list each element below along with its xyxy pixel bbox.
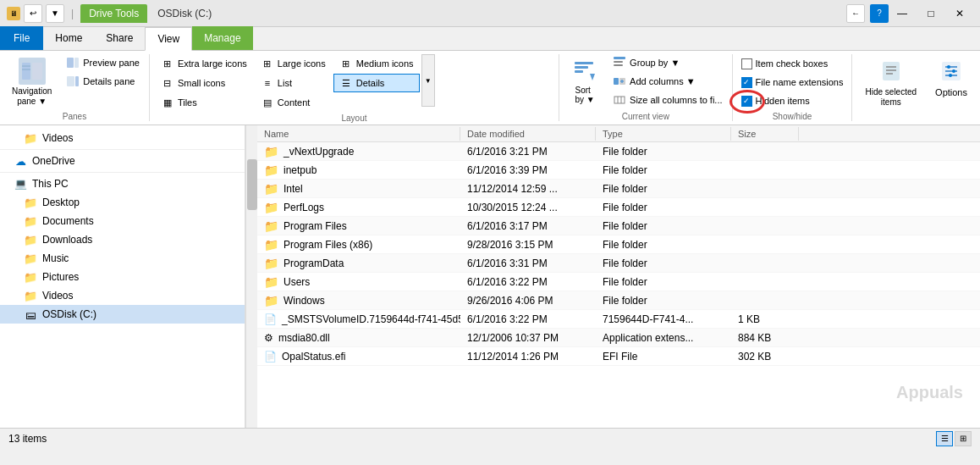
sidebar-item-music[interactable]: 📁 Music [0, 249, 245, 268]
header-date[interactable]: Date modified [460, 127, 596, 141]
close-button[interactable]: ✕ [946, 4, 973, 23]
svg-rect-0 [22, 63, 30, 80]
group-by-button[interactable]: Group by ▼ [608, 54, 726, 71]
file-row[interactable]: ⚙ msdia80.dll 12/1/2006 10:37 PM Applica… [257, 329, 980, 347]
file-size-cell [731, 206, 799, 209]
quick-access-down[interactable]: ▼ [46, 4, 64, 23]
file-row[interactable]: 📄 _SMSTSVolumeID.7159644d-f741-45d5-a...… [257, 310, 980, 329]
sidebar-item-this-pc[interactable]: 💻 This PC [0, 174, 245, 193]
size-columns-icon [613, 93, 626, 107]
file-row[interactable]: 📁 inetpub 6/1/2016 3:39 PM File folder [257, 161, 980, 180]
sidebar-item-osdisk[interactable]: 🖴 OSDisk (C:) [0, 305, 245, 324]
sidebar-item-onedrive[interactable]: ☁ OneDrive [0, 152, 245, 170]
header-name[interactable]: Name [257, 127, 460, 141]
file-row[interactable]: 📁 PerfLogs 10/30/2015 12:24 ... File fol… [257, 198, 980, 217]
hide-selected-icon [878, 58, 905, 86]
file-size-cell [731, 150, 799, 153]
file-row[interactable]: 📁 Program Files 6/1/2016 3:17 PM File fo… [257, 217, 980, 235]
item-check-boxes-checkbox[interactable] [741, 58, 752, 69]
ribbon-section-panes: Navigationpane ▼ Preview pane Details pa… [0, 54, 150, 121]
file-date-cell: 11/12/2014 12:59 ... [460, 181, 596, 197]
details-pane-button[interactable]: Details pane [62, 73, 144, 90]
svg-marker-11 [590, 74, 595, 80]
size-columns-button[interactable]: Size all columns to fi... [608, 91, 726, 108]
file-row[interactable]: 📁 Windows 9/26/2016 4:06 PM File folder [257, 291, 980, 310]
medium-icons-button[interactable]: ⊞ Medium icons [333, 54, 420, 73]
details-button[interactable]: ☰ Details [333, 74, 420, 92]
details-layout-icon: ☰ [339, 76, 353, 90]
sidebar-item-videos-bottom[interactable]: 📁 Videos [0, 286, 245, 305]
header-type[interactable]: Type [596, 127, 731, 141]
preview-pane-button[interactable]: Preview pane [62, 54, 144, 71]
large-icons-view-button[interactable]: ⊞ [955, 431, 972, 446]
file-date-cell: 6/1/2016 3:39 PM [460, 163, 596, 178]
file-name-extensions-checkbox[interactable] [741, 77, 752, 88]
add-columns-button[interactable]: Add columns ▼ [608, 73, 726, 90]
content-button[interactable]: ▤ Content [255, 93, 332, 112]
tab-file[interactable]: File [0, 26, 43, 50]
file-size-cell [731, 169, 799, 172]
size-columns-label: Size all columns to fi... [630, 95, 722, 105]
file-row[interactable]: 📁 _vNextUpgrade 6/1/2016 3:21 PM File fo… [257, 142, 980, 161]
item-check-boxes-row[interactable]: Item check boxes [738, 54, 832, 73]
downloads-icon: 📁 [24, 233, 37, 246]
file-row[interactable]: 📁 ProgramData 6/1/2016 3:31 PM File fold… [257, 254, 980, 273]
tiles-button[interactable]: ▦ Tiles [155, 93, 253, 112]
options-content: Hide selecteditems Options [857, 54, 975, 112]
file-name-cell: 📄 _SMSTSVolumeID.7159644d-f741-45d5-a... [257, 312, 460, 327]
extra-large-icons-button[interactable]: ⊞ Extra large icons [155, 54, 253, 73]
sidebar-scrollbar[interactable] [245, 125, 257, 428]
help-button[interactable]: ? [870, 4, 889, 23]
sidebar-item-desktop[interactable]: 📁 Desktop [0, 193, 245, 212]
add-columns-icon [613, 75, 626, 88]
file-size-cell: 1 KB [731, 312, 799, 327]
hidden-items-row[interactable]: Hidden items [738, 91, 813, 110]
options-button[interactable]: Options [928, 54, 975, 102]
list-button[interactable]: ≡ List [255, 74, 332, 92]
file-size-cell [731, 280, 799, 284]
hidden-items-checkbox[interactable] [741, 96, 752, 107]
svg-point-30 [947, 65, 950, 69]
sort-by-button[interactable]: Sortby ▼ [564, 54, 605, 108]
sidebar-item-downloads[interactable]: 📁 Downloads [0, 230, 245, 249]
svg-rect-4 [67, 58, 74, 68]
tab-share[interactable]: Share [94, 26, 145, 50]
details-view-button[interactable]: ☰ [936, 431, 953, 446]
file-row[interactable]: 📄 OpalStatus.efi 11/12/2014 1:26 PM EFI … [257, 347, 980, 366]
onedrive-icon: ☁ [14, 154, 27, 168]
sidebar: 📁 Videos ☁ OneDrive 💻 This PC 📁 Desktop … [0, 125, 245, 428]
sidebar-item-pictures[interactable]: 📁 Pictures [0, 268, 245, 286]
file-row[interactable]: 📁 Users 6/1/2016 3:22 PM File folder [257, 273, 980, 291]
sidebar-item-videos-top[interactable]: 📁 Videos [0, 129, 245, 147]
scrollbar-thumb [247, 159, 257, 210]
show-hide-label: Show/hide [738, 110, 847, 121]
file-name-cell: 📄 OpalStatus.efi [257, 349, 460, 364]
sidebar-music-label: Music [42, 252, 69, 264]
small-icons-button[interactable]: ⊟ Small icons [155, 74, 253, 92]
maximize-button[interactable]: □ [917, 4, 944, 23]
tab-manage[interactable]: Manage [192, 26, 252, 50]
quick-access-undo[interactable]: ↩ [24, 4, 42, 23]
file-row[interactable]: 📁 Program Files (x86) 9/28/2016 3:15 PM … [257, 235, 980, 254]
minimize-button[interactable]: — [889, 4, 916, 23]
file-row[interactable]: 📁 Intel 11/12/2014 12:59 ... File folder [257, 180, 980, 198]
sidebar-documents-label: Documents [42, 215, 94, 227]
tab-view[interactable]: View [145, 27, 192, 51]
file-name-extensions-row[interactable]: File name extensions [738, 73, 847, 91]
tab-home[interactable]: Home [43, 26, 94, 50]
back-button[interactable]: ← [846, 4, 865, 23]
header-size[interactable]: Size [731, 127, 799, 141]
navigation-pane-button[interactable]: Navigationpane ▼ [5, 54, 58, 110]
ribbon-section-options: Hide selecteditems Options . [852, 54, 980, 121]
svg-rect-13 [614, 61, 623, 63]
large-icons-button[interactable]: ⊞ Large icons [255, 54, 332, 73]
videos-top-icon: 📁 [24, 131, 37, 145]
current-view-label: Current view [564, 110, 726, 121]
current-view-content: Sortby ▼ Group by ▼ Add columns ▼ [564, 54, 726, 110]
sidebar-item-documents[interactable]: 📁 Documents [0, 212, 245, 230]
svg-rect-8 [575, 62, 593, 64]
layout-col-2: ⊞ Large icons ≡ List ▤ Content [255, 54, 332, 112]
desktop-icon: 📁 [24, 196, 37, 209]
hide-selected-button[interactable]: Hide selecteditems [857, 54, 924, 112]
layout-expand-button[interactable]: ▼ [421, 54, 435, 107]
